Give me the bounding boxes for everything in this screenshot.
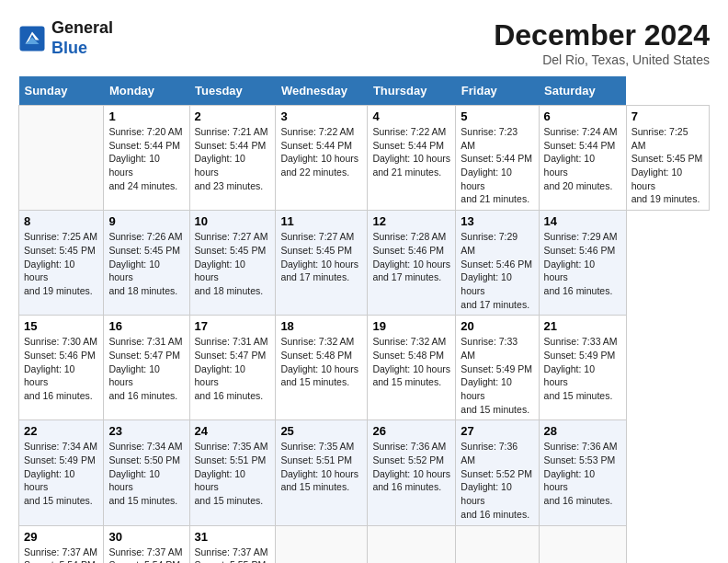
day-number: 22	[24, 424, 98, 438]
day-number: 29	[24, 530, 98, 544]
day-info: Sunrise: 7:31 AMSunset: 5:47 PMDaylight:…	[195, 335, 271, 402]
calendar-week-row: 8Sunrise: 7:25 AMSunset: 5:45 PMDaylight…	[19, 211, 710, 316]
day-info: Sunrise: 7:27 AMSunset: 5:45 PMDaylight:…	[195, 230, 271, 297]
day-info: Sunrise: 7:22 AMSunset: 5:44 PMDaylight:…	[372, 125, 450, 179]
day-info: Sunrise: 7:24 AMSunset: 5:44 PMDaylight:…	[544, 125, 621, 192]
calendar-day-header: Saturday	[539, 76, 626, 106]
logo: General Blue	[18, 18, 113, 58]
calendar-day-cell: 20Sunrise: 7:33 AMSunset: 5:49 PMDayligh…	[456, 316, 539, 420]
day-number: 6	[544, 109, 621, 123]
day-number: 21	[544, 319, 621, 333]
calendar-day-cell: 13Sunrise: 7:29 AMSunset: 5:46 PMDayligh…	[456, 211, 539, 316]
calendar-day-cell: 3Sunrise: 7:22 AMSunset: 5:44 PMDaylight…	[276, 106, 368, 211]
day-info: Sunrise: 7:35 AMSunset: 5:51 PMDaylight:…	[195, 440, 271, 507]
calendar-day-cell: 14Sunrise: 7:29 AMSunset: 5:46 PMDayligh…	[539, 211, 626, 316]
calendar-day-cell: 29Sunrise: 7:37 AMSunset: 5:54 PMDayligh…	[19, 525, 104, 563]
day-number: 16	[108, 319, 184, 333]
calendar-day-cell: 28Sunrise: 7:36 AMSunset: 5:53 PMDayligh…	[539, 420, 626, 525]
day-info: Sunrise: 7:27 AMSunset: 5:45 PMDaylight:…	[280, 230, 362, 284]
calendar-day-cell: 25Sunrise: 7:35 AMSunset: 5:51 PMDayligh…	[276, 420, 368, 525]
day-number: 20	[461, 319, 533, 333]
day-number: 7	[631, 109, 704, 123]
day-number: 3	[280, 109, 362, 123]
calendar-day-cell: 11Sunrise: 7:27 AMSunset: 5:45 PMDayligh…	[276, 211, 368, 316]
day-number: 11	[280, 214, 362, 228]
empty-day-cell	[19, 106, 104, 211]
calendar-day-cell: 12Sunrise: 7:28 AMSunset: 5:46 PMDayligh…	[368, 211, 456, 316]
calendar-day-cell: 27Sunrise: 7:36 AMSunset: 5:52 PMDayligh…	[456, 420, 539, 525]
day-number: 31	[195, 530, 271, 544]
calendar-day-cell: 6Sunrise: 7:24 AMSunset: 5:44 PMDaylight…	[539, 106, 626, 211]
calendar-day-cell: 24Sunrise: 7:35 AMSunset: 5:51 PMDayligh…	[189, 420, 276, 525]
day-info: Sunrise: 7:36 AMSunset: 5:53 PMDaylight:…	[544, 440, 621, 507]
calendar-day-cell: 1Sunrise: 7:20 AMSunset: 5:44 PMDaylight…	[104, 106, 189, 211]
calendar-day-cell: 10Sunrise: 7:27 AMSunset: 5:45 PMDayligh…	[189, 211, 276, 316]
calendar-day-cell: 7Sunrise: 7:25 AMSunset: 5:45 PMDaylight…	[626, 106, 709, 211]
day-info: Sunrise: 7:26 AMSunset: 5:45 PMDaylight:…	[108, 230, 184, 297]
logo-text: General Blue	[51, 18, 113, 58]
day-number: 27	[461, 424, 533, 438]
calendar-day-cell: 2Sunrise: 7:21 AMSunset: 5:44 PMDaylight…	[189, 106, 276, 211]
day-number: 23	[108, 424, 184, 438]
day-number: 30	[108, 530, 184, 544]
calendar-day-cell: 19Sunrise: 7:32 AMSunset: 5:48 PMDayligh…	[368, 316, 456, 420]
day-info: Sunrise: 7:34 AMSunset: 5:50 PMDaylight:…	[108, 440, 184, 507]
day-number: 28	[544, 424, 621, 438]
calendar-day-cell: 31Sunrise: 7:37 AMSunset: 5:55 PMDayligh…	[189, 525, 276, 563]
day-number: 5	[461, 109, 533, 123]
day-info: Sunrise: 7:34 AMSunset: 5:49 PMDaylight:…	[24, 440, 98, 507]
calendar-day-header: Friday	[456, 76, 539, 106]
day-number: 15	[24, 319, 98, 333]
calendar-day-cell: 16Sunrise: 7:31 AMSunset: 5:47 PMDayligh…	[104, 316, 189, 420]
calendar-day-cell: 17Sunrise: 7:31 AMSunset: 5:47 PMDayligh…	[189, 316, 276, 420]
day-info: Sunrise: 7:25 AMSunset: 5:45 PMDaylight:…	[24, 230, 98, 297]
calendar-day-header: Thursday	[368, 76, 456, 106]
page-header: General Blue December 2024 Del Rio, Texa…	[18, 18, 710, 67]
title-area: December 2024 Del Rio, Texas, United Sta…	[494, 18, 710, 67]
month-title: December 2024	[494, 18, 710, 52]
day-info: Sunrise: 7:31 AMSunset: 5:47 PMDaylight:…	[108, 335, 184, 402]
logo-icon	[18, 25, 46, 52]
calendar-day-cell	[276, 525, 368, 563]
calendar-day-cell: 8Sunrise: 7:25 AMSunset: 5:45 PMDaylight…	[19, 211, 104, 316]
day-info: Sunrise: 7:20 AMSunset: 5:44 PMDaylight:…	[108, 125, 184, 192]
day-number: 24	[195, 424, 271, 438]
day-info: Sunrise: 7:36 AMSunset: 5:52 PMDaylight:…	[461, 440, 533, 521]
calendar-day-cell: 4Sunrise: 7:22 AMSunset: 5:44 PMDaylight…	[368, 106, 456, 211]
day-info: Sunrise: 7:32 AMSunset: 5:48 PMDaylight:…	[280, 335, 362, 389]
day-number: 13	[461, 214, 533, 228]
calendar-table: SundayMondayTuesdayWednesdayThursdayFrid…	[18, 76, 710, 563]
location: Del Rio, Texas, United States	[494, 52, 710, 67]
calendar-day-header: Wednesday	[276, 76, 368, 106]
calendar-day-cell: 23Sunrise: 7:34 AMSunset: 5:50 PMDayligh…	[104, 420, 189, 525]
calendar-day-header: Monday	[104, 76, 189, 106]
day-info: Sunrise: 7:37 AMSunset: 5:55 PMDaylight:…	[195, 546, 271, 564]
day-number: 12	[372, 214, 450, 228]
calendar-day-cell: 9Sunrise: 7:26 AMSunset: 5:45 PMDaylight…	[104, 211, 189, 316]
calendar-day-cell: 30Sunrise: 7:37 AMSunset: 5:54 PMDayligh…	[104, 525, 189, 563]
day-info: Sunrise: 7:33 AMSunset: 5:49 PMDaylight:…	[544, 335, 621, 402]
day-number: 18	[280, 319, 362, 333]
calendar-day-cell	[368, 525, 456, 563]
day-info: Sunrise: 7:35 AMSunset: 5:51 PMDaylight:…	[280, 440, 362, 494]
day-info: Sunrise: 7:21 AMSunset: 5:44 PMDaylight:…	[195, 125, 271, 192]
calendar-day-cell: 21Sunrise: 7:33 AMSunset: 5:49 PMDayligh…	[539, 316, 626, 420]
day-info: Sunrise: 7:28 AMSunset: 5:46 PMDaylight:…	[372, 230, 450, 284]
day-info: Sunrise: 7:22 AMSunset: 5:44 PMDaylight:…	[280, 125, 362, 179]
day-number: 1	[108, 109, 184, 123]
calendar-day-cell	[456, 525, 539, 563]
day-number: 14	[544, 214, 621, 228]
day-info: Sunrise: 7:29 AMSunset: 5:46 PMDaylight:…	[544, 230, 621, 297]
day-info: Sunrise: 7:36 AMSunset: 5:52 PMDaylight:…	[372, 440, 450, 494]
calendar-day-header: Tuesday	[189, 76, 276, 106]
day-info: Sunrise: 7:37 AMSunset: 5:54 PMDaylight:…	[108, 546, 184, 564]
day-number: 2	[195, 109, 271, 123]
calendar-day-cell	[539, 525, 626, 563]
day-info: Sunrise: 7:33 AMSunset: 5:49 PMDaylight:…	[461, 335, 533, 416]
day-number: 25	[280, 424, 362, 438]
day-info: Sunrise: 7:29 AMSunset: 5:46 PMDaylight:…	[461, 230, 533, 311]
calendar-day-cell: 22Sunrise: 7:34 AMSunset: 5:49 PMDayligh…	[19, 420, 104, 525]
calendar-day-cell: 5Sunrise: 7:23 AMSunset: 5:44 PMDaylight…	[456, 106, 539, 211]
day-info: Sunrise: 7:32 AMSunset: 5:48 PMDaylight:…	[372, 335, 450, 389]
calendar-week-row: 1Sunrise: 7:20 AMSunset: 5:44 PMDaylight…	[19, 106, 710, 211]
